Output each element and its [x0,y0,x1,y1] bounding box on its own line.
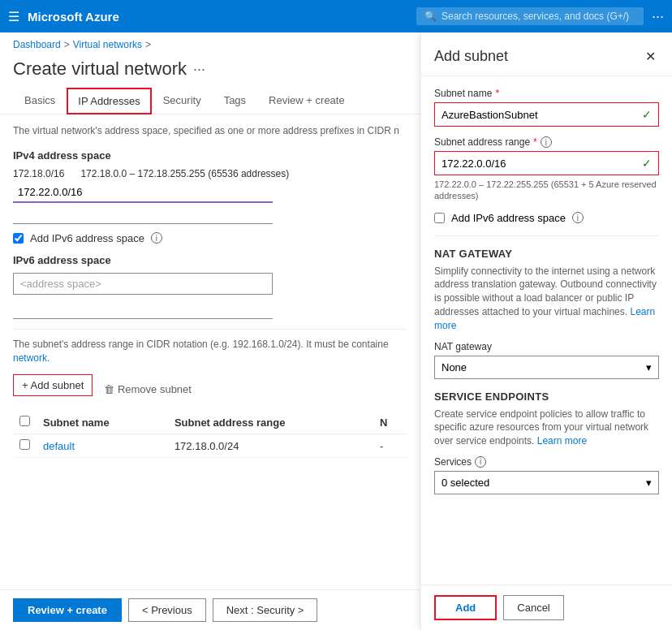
subnet-table: Subnet name Subnet address range N defau… [13,411,407,458]
row-checkbox[interactable] [19,439,30,450]
breadcrumb-virtual-networks[interactable]: Virtual networks [73,39,142,50]
tab-tags[interactable]: Tags [213,88,257,114]
nat-gateway-value: None [442,361,467,373]
search-input[interactable] [442,11,635,22]
subnet-address-hint: 172.22.0.0 – 172.22.255.255 (65531 + 5 A… [434,179,659,202]
ipv4-input[interactable] [13,183,273,203]
nat-gateway-section-title: NAT GATEWAY [434,248,659,260]
subnet-name-input-wrapper[interactable]: ✓ [434,102,659,127]
panel-ipv6-info-icon[interactable]: i [572,212,584,223]
add-subnet-button[interactable]: + Add subnet [13,374,93,396]
review-create-button[interactable]: Review + create [13,598,122,622]
panel-header: Add subnet ✕ [421,32,672,76]
content-area: The virtual network's address space, spe… [0,114,420,589]
panel-ipv6-label: Add IPv6 address space [451,212,566,224]
subnet-address-input[interactable] [442,158,642,170]
ipv4-section-label: IPv4 address space [13,149,407,162]
subnet-address-info-icon[interactable]: i [541,136,552,148]
services-dropdown[interactable]: 0 selected ▾ [434,471,659,494]
table-row: default 172.18.0.0/24 - [13,434,407,458]
ipv6-info-icon[interactable]: i [151,232,162,244]
network-link[interactable]: network. [13,352,50,364]
subnet-name-link[interactable]: default [43,440,75,452]
breadcrumb-sep2: > [145,39,151,50]
subnet-name-label: Subnet name * [434,88,659,99]
col-subnet-name: Subnet name [37,411,168,434]
left-panel: Dashboard > Virtual networks > Create vi… [0,32,420,630]
col-extra: N [373,411,407,434]
services-chevron: ▾ [646,477,652,489]
subnet-name-input[interactable] [442,109,642,121]
page-title: Create virtual network [13,58,187,80]
hamburger-menu[interactable]: ☰ [8,9,19,24]
ipv6-checkbox-label: Add IPv6 address space [30,232,144,244]
service-learn-more-link[interactable]: Learn more [537,435,587,447]
subnet-extra-cell: - [373,434,407,458]
select-all-checkbox[interactable] [19,416,30,426]
right-panel: Add subnet ✕ Subnet name * ✓ Subnet addr… [420,32,672,630]
service-endpoints-desc: Create service endpoint policies to allo… [434,408,659,448]
breadcrumb: Dashboard > Virtual networks > [0,32,420,54]
main-content: Dashboard > Virtual networks > Create vi… [0,32,672,630]
page-title-area: Create virtual network ··· [0,54,420,88]
panel-ipv6-checkbox[interactable] [434,213,445,223]
ipv6-checkbox[interactable] [13,233,24,244]
tab-ip-addresses[interactable]: IP Addresses [67,88,151,114]
subnet-address-input-wrapper[interactable]: ✓ [434,151,659,175]
panel-footer: Add Cancel [421,585,672,630]
subnet-actions: + Add subnet 🗑 Remove subnet [13,374,407,404]
services-label: Services i [434,456,659,468]
ipv4-address: 172.18.0/16 [13,168,64,179]
close-panel-button[interactable]: ✕ [642,45,659,67]
section-description: The virtual network's address space, spe… [13,124,407,138]
services-info-icon[interactable]: i [475,456,486,468]
add-button[interactable]: Add [434,595,497,620]
divider-1 [434,235,659,236]
panel-body: Subnet name * ✓ Subnet address range * i… [421,76,672,585]
nat-learn-more-link[interactable]: Learn more [434,306,655,331]
panel-ipv6-checkbox-row: Add IPv6 address space i [434,212,659,224]
nat-gateway-desc: Simplify connectivity to the internet us… [434,265,659,333]
more-options[interactable]: ··· [652,8,664,25]
breadcrumb-sep1: > [64,39,70,50]
subnet-address-check-icon: ✓ [642,157,652,170]
ipv6-section-label: IPv6 address space [13,254,407,266]
service-endpoints-section-title: SERVICE ENDPOINTS [434,391,659,403]
address-row: 172.18.0/16 172.18.0.0 – 172.18.255.255 … [13,168,407,179]
subnet-name-check-icon: ✓ [642,108,652,121]
tab-security[interactable]: Security [152,88,213,114]
cancel-button[interactable]: Cancel [503,595,563,620]
services-value: 0 selected [442,477,489,489]
search-icon: 🔍 [424,11,437,22]
nat-gateway-chevron: ▾ [646,361,652,373]
next-button[interactable]: Next : Security > [213,598,318,622]
subnet-name-required: * [495,88,499,99]
subnet-warning: The subnet's address range in CIDR notat… [13,329,407,365]
subnet-address-required: * [533,136,537,148]
tab-review-create[interactable]: Review + create [257,88,356,114]
page-options[interactable]: ··· [193,61,205,78]
ipv6-empty-input[interactable] [13,300,273,319]
search-bar[interactable]: 🔍 [416,7,644,25]
nat-gateway-dropdown[interactable]: None ▾ [434,356,659,379]
ipv6-checkbox-row: Add IPv6 address space i [13,232,407,244]
remove-subnet-button[interactable]: 🗑 Remove subnet [96,379,200,399]
ipv4-range: 172.18.0.0 – 172.18.255.255 (65536 addre… [80,168,289,179]
tab-bar: Basics IP Addresses Security Tags Review… [0,88,420,114]
tab-basics[interactable]: Basics [13,88,67,114]
col-subnet-range: Subnet address range [168,411,373,434]
ipv6-placeholder-input[interactable]: <address space> [13,273,273,295]
panel-title: Add subnet [434,48,508,65]
subnet-range-cell: 172.18.0.0/24 [168,434,373,458]
breadcrumb-dashboard[interactable]: Dashboard [13,39,61,50]
nat-gateway-label: NAT gateway [434,341,659,352]
top-nav: ☰ Microsoft Azure 🔍 ··· [0,0,672,32]
app-title: Microsoft Azure [28,10,408,24]
ipv4-empty-input[interactable] [13,205,273,224]
previous-button[interactable]: < Previous [128,598,206,622]
subnet-address-label: Subnet address range * i [434,136,659,148]
bottom-bar: Review + create < Previous Next : Securi… [0,589,420,630]
